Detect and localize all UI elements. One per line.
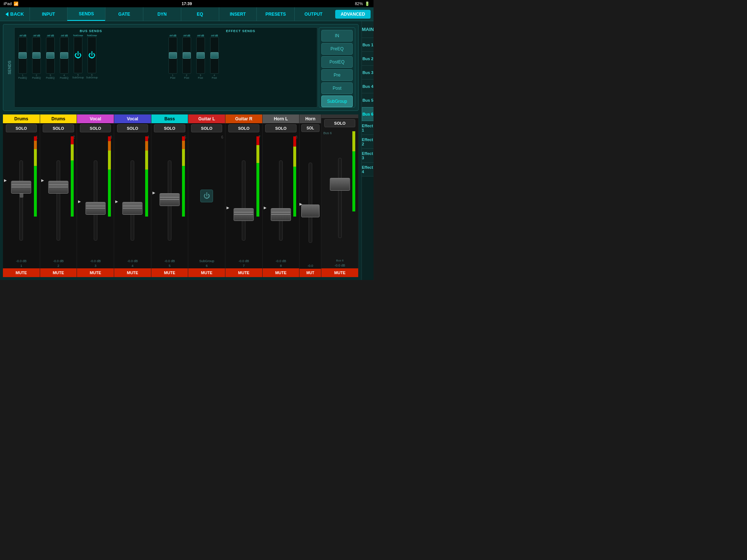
mute-button-bus6[interactable]: MUTE	[321, 268, 358, 277]
sidebar-bus2[interactable]: Bus 2	[362, 52, 374, 66]
fader-handle-7[interactable]	[234, 208, 254, 221]
back-label: BACK	[10, 11, 24, 17]
channel-strip-4: Vocal SOLO 4 ▶	[114, 114, 151, 277]
effect-fader-3: -inf dB 3 Post	[194, 34, 207, 79]
db-value-6: SubGroup	[199, 259, 214, 263]
fader-handle-1[interactable]	[11, 181, 31, 194]
fader-track-9[interactable]	[309, 163, 312, 243]
ch-num-bottom-5: 5	[169, 264, 171, 268]
mute-button-2[interactable]: MUTE	[40, 268, 77, 277]
tab-input[interactable]: INPUT	[30, 7, 67, 21]
solo-button-2[interactable]: SOLO	[43, 124, 74, 132]
fader-handle-4[interactable]	[123, 202, 143, 215]
mute-button-9[interactable]: MUT	[299, 269, 321, 277]
subgroup-button[interactable]: SubGroup	[321, 96, 353, 107]
mute-button-6[interactable]: MUTE	[188, 268, 225, 277]
fader-handle-2[interactable]	[49, 181, 69, 194]
battery-icon: 🔋	[365, 1, 370, 6]
bus-power-5[interactable]: ⏻	[74, 51, 82, 59]
sidebar-main[interactable]: MAIN	[362, 21, 374, 38]
channel-strip-8: Horn L SOLO 8 ▶ -0.0 dB	[263, 114, 300, 277]
solo-button-5[interactable]: SOLO	[154, 124, 185, 132]
tab-eq[interactable]: EQ	[181, 7, 219, 21]
level-meter-1	[34, 136, 37, 217]
sends-label: SENDS	[6, 27, 13, 108]
mute-button-7[interactable]: MUTE	[225, 268, 262, 277]
solo-button-1[interactable]: SOLO	[6, 124, 37, 132]
post-button[interactable]: Post	[321, 82, 353, 94]
mute-button-8[interactable]: MUTE	[263, 268, 299, 277]
fader-track-7[interactable]	[242, 160, 245, 241]
fader-track-1[interactable]	[19, 160, 23, 241]
subgroup-power-btn[interactable]: ⏻	[200, 190, 213, 202]
bus-power-6[interactable]: ⏻	[88, 51, 96, 59]
tab-output[interactable]: OUTPUT	[294, 7, 332, 21]
fader-area-4: 4 ▶	[114, 133, 151, 258]
solo-button-bus6[interactable]: SOLO	[324, 119, 356, 127]
sidebar-bus5[interactable]: Bus 5	[362, 93, 374, 107]
channel-strip-3: Vocal SOLO 3 ▶	[77, 114, 114, 277]
sidebar-bus1[interactable]: Bus 1	[362, 38, 374, 52]
bus-sends-title: BUS SENDS	[16, 29, 166, 33]
fader-track-3[interactable]	[94, 160, 97, 241]
mute-button-3[interactable]: MUTE	[77, 268, 114, 277]
fader-track-4[interactable]	[131, 160, 134, 241]
level-meter-2	[71, 136, 74, 217]
fader-area-3: 3 ▶	[77, 133, 114, 258]
sidebar-bus3[interactable]: Bus 3	[362, 66, 374, 79]
solo-button-6[interactable]: SOLO	[191, 124, 222, 132]
sends-panel: SENDS BUS SENDS EFFECT SENDS -inf dB	[0, 21, 361, 280]
channel-name-4: Vocal	[114, 114, 151, 123]
db-value-8: -0.0 dB	[276, 259, 286, 263]
preeq-button[interactable]: PreEQ	[321, 43, 353, 55]
db-value-9: -0.0	[307, 264, 313, 268]
fader-arrow-7: ▶	[227, 206, 229, 210]
sidebar-effect3[interactable]: Effect 3	[362, 149, 374, 163]
pre-button[interactable]: Pre	[321, 69, 353, 81]
solo-button-8[interactable]: SOLO	[265, 124, 297, 132]
back-button[interactable]: BACK	[0, 7, 30, 21]
channel-strip-6: Guitar L SOLO 6 ⏻ SubGroup 6 MUTE	[188, 114, 225, 277]
mute-button-5[interactable]: MUTE	[151, 268, 188, 277]
tab-insert[interactable]: INSERT	[219, 7, 257, 21]
mute-button-4[interactable]: MUTE	[114, 268, 151, 277]
tab-sends[interactable]: SENDS	[67, 7, 105, 21]
ch-num-bottom-6: 6	[206, 264, 208, 268]
fader-track-2[interactable]	[57, 160, 60, 241]
sidebar-bus6[interactable]: Bus 6	[362, 107, 374, 121]
time-display: 17:39	[182, 1, 192, 6]
channel-name-8: Horn L	[263, 114, 299, 123]
in-button[interactable]: IN	[321, 30, 353, 42]
fader-handle-3[interactable]	[85, 202, 105, 215]
fader-handle-9[interactable]	[301, 205, 320, 217]
sidebar-bus4[interactable]: Bus 4	[362, 79, 374, 93]
fader-handle-5[interactable]	[160, 193, 180, 206]
fader-track-8[interactable]	[279, 160, 283, 241]
channel-strip-9: Horn SOL ▶ -0.0 MUT	[299, 114, 321, 277]
sidebar-effect1[interactable]: Effect 1	[362, 121, 374, 135]
db-value-4: -0.0 dB	[127, 259, 138, 263]
level-meter-8	[293, 136, 296, 217]
tab-presets[interactable]: PRESETS	[256, 7, 294, 21]
channel-strip-2: Drums SOLO 2 ▶ -0.0 dB	[40, 114, 77, 277]
db-value-1: -0.0 dB	[16, 259, 27, 263]
sidebar-effect2[interactable]: Effect 2	[362, 135, 374, 149]
effect-fader-1: -inf dB 1 Post	[166, 34, 179, 79]
solo-button-3[interactable]: SOLO	[80, 124, 111, 132]
sidebar-effect4[interactable]: Effect 4	[362, 163, 374, 176]
mute-button-1[interactable]: MUTE	[3, 268, 40, 277]
advanced-button[interactable]: ADVANCED	[335, 10, 371, 19]
fader-handle-bus6[interactable]	[330, 178, 350, 191]
channel-strip-bus6: SOLO Bus 6 Bus 6 -0.0 dB MUTE	[321, 114, 359, 277]
fader-track-bus6[interactable]	[338, 158, 342, 238]
solo-button-7[interactable]: SOLO	[228, 124, 260, 132]
tab-gate[interactable]: GATE	[105, 7, 143, 21]
channel-name-1: Drums	[3, 114, 40, 123]
fader-handle-8[interactable]	[271, 208, 291, 221]
tab-dyn[interactable]: DYN	[143, 7, 181, 21]
solo-button-9[interactable]: SOL	[301, 124, 320, 132]
solo-button-4[interactable]: SOLO	[117, 124, 148, 132]
posteq-button[interactable]: PostEQ	[321, 56, 353, 68]
right-panel: IN PreEQ PostEQ Pre Post SubGroup	[319, 27, 355, 108]
ch-num-bottom-3: 3	[94, 264, 96, 268]
